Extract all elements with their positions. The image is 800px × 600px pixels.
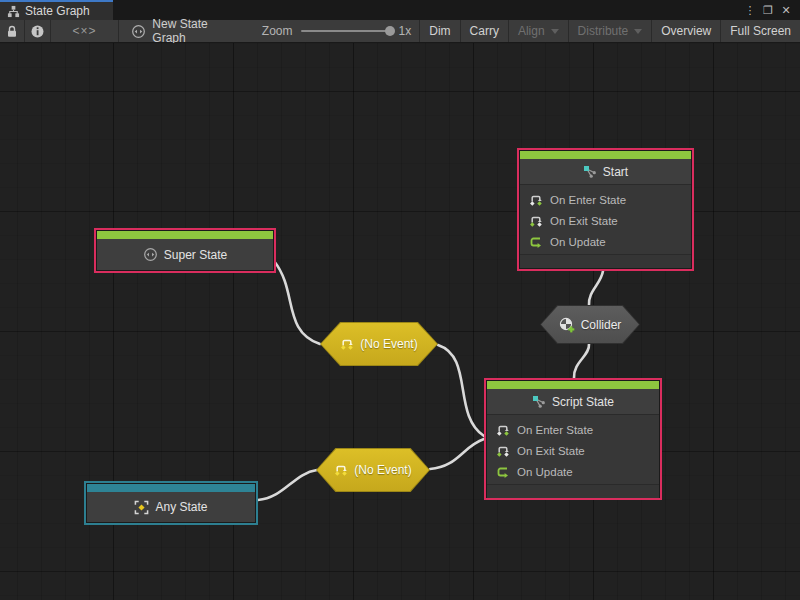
update-loop-icon xyxy=(529,235,543,249)
state-node-super-state[interactable]: Super State xyxy=(94,228,276,273)
event-row-enter[interactable]: On Enter State xyxy=(487,419,659,440)
full-screen-button[interactable]: Full Screen xyxy=(721,20,800,42)
new-state-graph-label: New State Graph xyxy=(152,17,242,45)
state-node-start[interactable]: Start On Enter State xyxy=(517,148,694,271)
event-label: On Enter State xyxy=(517,424,593,436)
script-state-title-row[interactable]: Script State xyxy=(487,389,659,415)
event-row-update[interactable]: On Update xyxy=(487,461,659,482)
node-footer xyxy=(520,254,691,268)
tab-bar: State Graph ⋮ ❐ ✕ xyxy=(0,0,800,20)
variables-button[interactable]: <×> xyxy=(51,20,119,42)
node-title: Script State xyxy=(552,395,614,409)
any-state-icon xyxy=(134,500,149,515)
event-row-enter[interactable]: On Enter State xyxy=(520,189,691,210)
carry-button[interactable]: Carry xyxy=(461,20,509,42)
tab-state-graph[interactable]: State Graph xyxy=(0,0,113,20)
any-state-color-strip xyxy=(87,484,255,492)
any-state-title-row[interactable]: Any State xyxy=(87,492,255,522)
event-row-exit[interactable]: On Exit State xyxy=(487,440,659,461)
info-button[interactable] xyxy=(25,20,50,42)
lock-button[interactable] xyxy=(0,20,25,42)
new-state-graph-selector[interactable]: New State Graph xyxy=(119,20,254,42)
distribute-label: Distribute xyxy=(578,24,629,38)
distribute-dropdown: Distribute xyxy=(569,20,653,42)
node-footer xyxy=(487,484,659,498)
super-state-color-strip xyxy=(97,231,273,239)
overview-button[interactable]: Overview xyxy=(652,20,721,42)
state-node-script-state[interactable]: Script State On Enter State xyxy=(484,378,662,500)
no-event-icon xyxy=(334,463,348,477)
event-label: On Update xyxy=(517,466,573,478)
edge-anystate-noevent[interactable] xyxy=(258,470,317,500)
edge-start-collider[interactable] xyxy=(589,271,603,305)
super-state-icon xyxy=(143,247,158,262)
event-label: On Enter State xyxy=(550,194,626,206)
start-color-strip xyxy=(520,151,691,159)
tab-label: State Graph xyxy=(25,4,90,18)
event-label: On Exit State xyxy=(550,215,618,227)
no-event-icon xyxy=(340,337,354,351)
collider-icon xyxy=(559,317,575,333)
node-title: Start xyxy=(603,165,628,179)
state-node-any-state[interactable]: Any State xyxy=(84,481,258,525)
enter-state-icon xyxy=(529,193,543,207)
enter-state-icon xyxy=(496,423,510,437)
fsm-icon xyxy=(131,24,146,39)
exit-state-icon xyxy=(529,214,543,228)
update-loop-icon xyxy=(496,465,510,479)
edge-collider-scriptstate[interactable] xyxy=(574,344,589,378)
event-label: On Update xyxy=(550,236,606,248)
hierarchy-icon xyxy=(7,5,20,18)
node-title: Any State xyxy=(155,500,207,514)
exit-state-icon xyxy=(496,444,510,458)
graph-canvas[interactable]: Start On Enter State xyxy=(0,43,800,600)
zoom-value: 1x xyxy=(399,24,412,38)
no-event-label: (No Event) xyxy=(354,463,411,477)
edge-noevent-scriptstate[interactable] xyxy=(438,345,484,436)
global-transition-collider[interactable]: Collider xyxy=(540,305,640,344)
align-dropdown: Align xyxy=(509,20,569,42)
graph-toolbar: <×> New State Graph Zoom 1x Dim Carry Al… xyxy=(0,20,800,43)
start-title-row[interactable]: Start xyxy=(520,159,691,185)
no-event-label: (No Event) xyxy=(360,337,417,351)
collider-label: Collider xyxy=(581,318,622,332)
menu-dots-icon[interactable]: ⋮ xyxy=(742,2,758,18)
info-icon xyxy=(31,25,44,38)
chevron-down-icon xyxy=(634,29,642,34)
zoom-label: Zoom xyxy=(262,24,293,38)
transition-graph-icon xyxy=(532,395,546,409)
transition-node-no-event-2[interactable]: (No Event) xyxy=(316,448,430,492)
super-state-title-row[interactable]: Super State xyxy=(97,239,273,270)
edge-noevent2-scriptstate[interactable] xyxy=(430,439,484,469)
chevron-down-icon xyxy=(551,29,559,34)
close-icon[interactable]: ✕ xyxy=(778,2,794,18)
zoom-slider-knob[interactable] xyxy=(385,26,395,36)
event-row-update[interactable]: On Update xyxy=(520,231,691,252)
playmaker-window: State Graph ⋮ ❐ ✕ <×> xyxy=(0,0,800,600)
event-row-exit[interactable]: On Exit State xyxy=(520,210,691,231)
align-label: Align xyxy=(518,24,545,38)
window-controls: ⋮ ❐ ✕ xyxy=(742,0,800,20)
transition-node-no-event-1[interactable]: (No Event) xyxy=(320,322,438,366)
node-title: Super State xyxy=(164,248,227,262)
edge-superstate-noevent[interactable] xyxy=(274,261,320,344)
maximize-icon[interactable]: ❐ xyxy=(760,2,776,18)
transition-graph-icon xyxy=(583,165,597,179)
code-icon: <×> xyxy=(73,24,97,38)
event-label: On Exit State xyxy=(517,445,585,457)
lock-icon xyxy=(6,25,18,38)
script-state-color-strip xyxy=(487,381,659,389)
zoom-control: Zoom 1x xyxy=(254,20,419,42)
zoom-slider[interactable] xyxy=(301,30,391,32)
dim-button[interactable]: Dim xyxy=(419,20,460,42)
